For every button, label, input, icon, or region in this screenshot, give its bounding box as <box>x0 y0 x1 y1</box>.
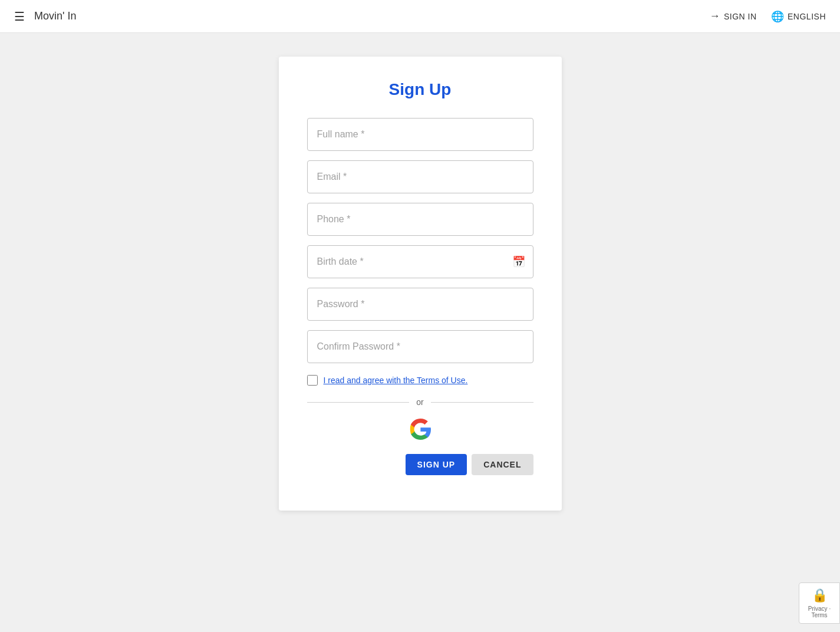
divider-text: or <box>416 397 423 407</box>
form-title: Sign Up <box>307 80 533 99</box>
recaptcha-badge: 🔒 Privacy · Terms <box>799 582 840 624</box>
header: ☰ Movin' In → SIGN IN 🌐 ENGLISH <box>0 0 840 33</box>
phone-input[interactable] <box>307 203 533 236</box>
cancel-button[interactable]: CANCEL <box>472 454 533 475</box>
email-group <box>307 160 533 193</box>
birth-date-wrapper: 📅 <box>307 245 533 278</box>
sign-in-icon: → <box>709 10 720 22</box>
globe-icon: 🌐 <box>771 10 785 23</box>
divider-line-right <box>431 402 533 403</box>
full-name-group <box>307 118 533 151</box>
birth-date-group: 📅 <box>307 245 533 278</box>
recaptcha-logo: 🔒 <box>805 588 834 603</box>
birth-date-input[interactable] <box>307 245 533 278</box>
password-input[interactable] <box>307 288 533 321</box>
sign-in-button[interactable]: → SIGN IN <box>709 10 756 22</box>
google-signin-button[interactable] <box>307 419 533 440</box>
email-input[interactable] <box>307 160 533 193</box>
google-logo-icon <box>410 419 431 440</box>
header-left: ☰ Movin' In <box>14 9 76 24</box>
language-button[interactable]: 🌐 ENGLISH <box>771 10 826 23</box>
recaptcha-text: Privacy · Terms <box>805 605 834 618</box>
divider: or <box>307 397 533 407</box>
confirm-password-group <box>307 330 533 363</box>
terms-checkbox[interactable] <box>307 375 318 386</box>
signup-button[interactable]: SIGN UP <box>406 454 467 475</box>
divider-line-left <box>307 402 410 403</box>
full-name-input[interactable] <box>307 118 533 151</box>
sign-in-label: SIGN IN <box>724 12 757 21</box>
header-right: → SIGN IN 🌐 ENGLISH <box>709 10 826 23</box>
app-title: Movin' In <box>34 10 76 22</box>
confirm-password-input[interactable] <box>307 330 533 363</box>
action-buttons: SIGN UP CANCEL <box>307 454 533 475</box>
main-content: Sign Up 📅 I r <box>0 33 840 632</box>
terms-row: I read and agree with the Terms of Use. <box>307 375 533 386</box>
menu-icon[interactable]: ☰ <box>14 9 25 24</box>
language-label: ENGLISH <box>788 12 826 21</box>
terms-label[interactable]: I read and agree with the Terms of Use. <box>324 376 468 385</box>
signup-form-card: Sign Up 📅 I r <box>279 57 562 511</box>
phone-group <box>307 203 533 236</box>
password-group <box>307 288 533 321</box>
